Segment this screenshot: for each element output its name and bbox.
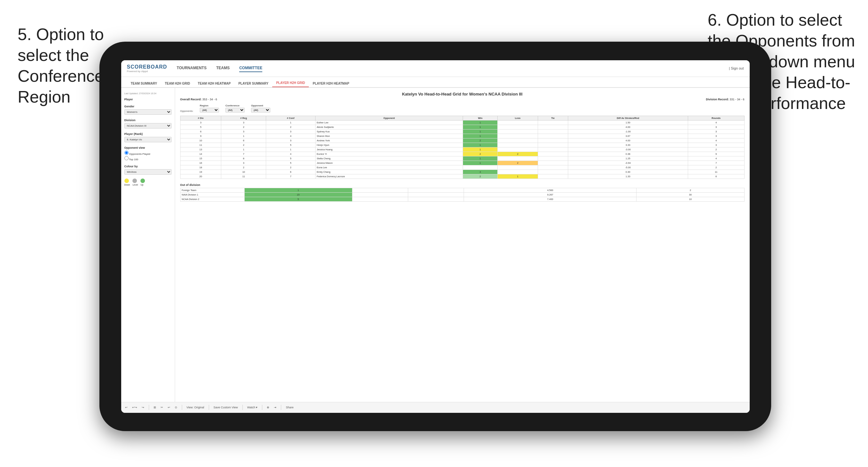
cell-opponent: Jessica Mason — [315, 161, 463, 165]
cell-conf: 4 — [266, 152, 315, 156]
cell-out-loss — [352, 197, 408, 201]
legend-level-circle — [132, 179, 137, 183]
radio-top100[interactable]: Top 100 — [124, 156, 172, 161]
toolbar-undo[interactable]: ↩ — [125, 406, 128, 409]
cell-win: 1 — [463, 120, 498, 125]
cell-out-tie — [408, 188, 464, 192]
logo-main: SCOREBOARD — [127, 64, 167, 70]
cell-out-diff: 7.400 — [464, 197, 637, 201]
table-row: 11 2 5 Heejo Hyun 1 3.33 3 — [180, 143, 744, 147]
cell-win: 2 — [463, 138, 498, 143]
cell-out-diff: 9.267 — [464, 192, 637, 197]
cell-diff: 4.00 — [568, 138, 688, 143]
nav-tournaments[interactable]: TOURNAMENTS — [177, 64, 207, 72]
cell-tie — [538, 138, 568, 143]
cell-diff: -0.94 — [568, 161, 688, 165]
cell-out-tie — [408, 192, 464, 197]
cell-div: 20 — [180, 174, 221, 179]
table-body: 3 3 1 Esther Lee 1 1.50 4 5 2 2 Alexis S… — [180, 120, 744, 179]
cell-conf: 5 — [266, 161, 315, 165]
cell-rounds: 6 — [688, 174, 744, 179]
toolbar-redo-undo[interactable]: ↩↪ — [132, 406, 137, 409]
opponent-filter-select[interactable]: (All) — [251, 108, 270, 113]
player-rank-dropdown[interactable]: 8. Katelyn Vo — [124, 137, 172, 142]
tab-player-h2h-grid[interactable]: PLAYER H2H GRID — [272, 79, 309, 87]
region-filter-select[interactable]: (All) — [200, 108, 219, 113]
cell-opponent: Alexis Sudjianto — [315, 125, 463, 129]
cell-reg: 1 — [221, 147, 266, 152]
toolbar-cut[interactable]: ✂ — [161, 406, 163, 409]
cell-win: 1 — [463, 147, 498, 152]
cell-out-diff: 4.500 — [464, 188, 637, 192]
toolbar-clock[interactable]: ⊙ — [175, 406, 177, 409]
cell-div: 15 — [180, 156, 221, 161]
nav-committee[interactable]: COMMITTEE — [239, 64, 262, 72]
cell-div: 19 — [180, 169, 221, 174]
report-area: Katelyn Vo Head-to-Head Grid for Women's… — [175, 88, 750, 402]
colour-by-label: Colour by — [124, 165, 172, 168]
report-title: Katelyn Vo Head-to-Head Grid for Women's… — [180, 92, 745, 96]
cell-out-win: 1 — [244, 188, 352, 192]
cell-out-win: 15 — [244, 192, 352, 197]
toolbar-view-original[interactable]: View: Original — [187, 406, 204, 409]
tab-player-summary[interactable]: PLAYER SUMMARY — [235, 80, 272, 87]
tab-team-h2h-heatmap[interactable]: TEAM H2H HEATMAP — [194, 80, 235, 87]
cell-loss — [498, 156, 538, 161]
radio-opponents-played[interactable]: Opponents Played — [124, 151, 172, 155]
cell-conf: 1 — [266, 120, 315, 125]
legend-down-label: Down — [124, 184, 130, 186]
toolbar-save-custom-view[interactable]: Save Custom View — [214, 406, 238, 409]
col-reg: # Reg — [221, 116, 266, 120]
cell-conf: 7 — [266, 174, 315, 179]
cell-diff: -1.00 — [568, 129, 688, 134]
cell-loss — [498, 125, 538, 129]
cell-div: 6 — [180, 129, 221, 134]
division-dropdown[interactable]: NCAA Division III — [124, 123, 172, 128]
tab-team-summary[interactable]: TEAM SUMMARY — [127, 80, 161, 87]
table-row: 19 10 6 Emily Chang 4 0.30 11 — [180, 169, 744, 174]
colour-by-dropdown[interactable]: Win/loss — [124, 169, 172, 175]
cell-conf: 2 — [266, 165, 315, 169]
tab-player-h2h-heatmap[interactable]: PLAYER H2H HEATMAP — [309, 80, 353, 87]
toolbar-plus[interactable]: ⊕ — [267, 406, 269, 409]
col-win: Win — [463, 116, 498, 120]
device-screen: SCOREBOARD Powered by clippd TOURNAMENTS… — [121, 60, 750, 413]
toolbar-share[interactable]: Share — [286, 406, 293, 409]
overall-record-label: Overall Record: — [180, 98, 202, 101]
cell-diff: 1.50 — [568, 120, 688, 125]
gender-dropdown[interactable]: Women's — [124, 109, 172, 115]
nav-teams[interactable]: TEAMS — [216, 64, 229, 72]
sidebar-opponent-view-section: Opponent view Opponents Played Top 100 — [124, 146, 172, 161]
cell-out-name: Foreign Team — [180, 188, 244, 192]
table-row: NAIA Division 1 15 9.267 30 — [180, 192, 744, 197]
cell-rounds: 9 — [688, 152, 744, 156]
toolbar-tab[interactable]: ⇥ — [274, 406, 276, 409]
cell-reg: 7 — [221, 152, 266, 156]
cell-reg: 2 — [221, 125, 266, 129]
sign-out-link[interactable]: | Sign out — [729, 66, 744, 70]
toolbar-watch[interactable]: Watch ▾ — [247, 406, 258, 409]
tab-team-h2h-grid[interactable]: TEAM H2H GRID — [161, 80, 194, 87]
col-conf: # Conf — [266, 116, 315, 120]
cell-conf: 4 — [266, 134, 315, 138]
col-opponent: Opponent — [315, 116, 463, 120]
cell-conf: 5 — [266, 143, 315, 147]
cell-rounds: 2 — [688, 147, 744, 152]
opponents-filter-label: Opponents: — [180, 110, 193, 113]
cell-rounds: 11 — [688, 169, 744, 174]
cell-div: 3 — [180, 120, 221, 125]
conference-filter-select[interactable]: (All) — [225, 108, 245, 113]
cell-div: 13 — [180, 147, 221, 152]
toolbar-redo[interactable]: ↪ — [142, 406, 144, 409]
opponent-filter-group: Opponent (All) — [251, 104, 270, 113]
toolbar-grid[interactable]: ⊞ — [154, 406, 156, 409]
toolbar-refresh[interactable]: ↩ — [168, 406, 170, 409]
opponent-view-radios: Opponents Played Top 100 — [124, 151, 172, 161]
cell-reg: 6 — [221, 138, 266, 143]
cell-diff: -5.00 — [568, 165, 688, 169]
table-row: 5 2 2 Alexis Sudjianto 1 4.00 3 — [180, 125, 744, 129]
col-loss: Loss — [498, 116, 538, 120]
cell-out-name: NAIA Division 1 — [180, 192, 244, 197]
cell-tie — [538, 147, 568, 152]
cell-out-tie — [408, 197, 464, 201]
